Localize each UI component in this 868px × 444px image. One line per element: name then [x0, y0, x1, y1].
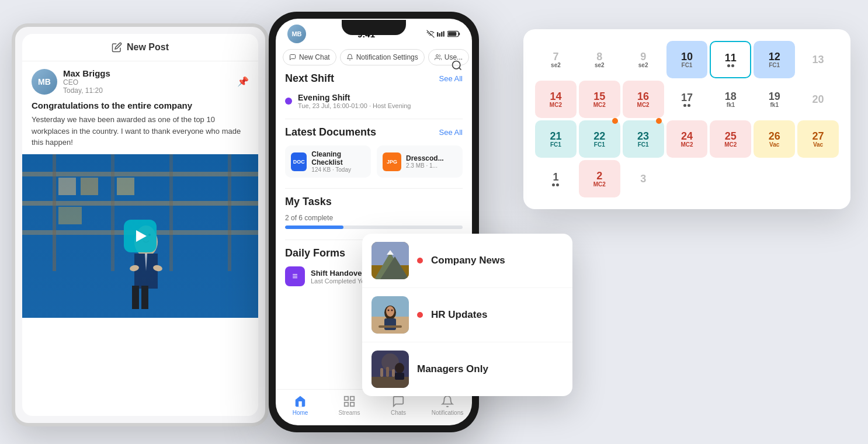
- tasks-label: 2 of 6 complete: [285, 214, 463, 222]
- svg-rect-44: [384, 318, 396, 330]
- cal-cell-8[interactable]: 8 se2: [579, 41, 620, 78]
- stream-item-company-news[interactable]: Company News: [362, 234, 572, 288]
- cal-cell-23[interactable]: 23 FC1: [623, 120, 664, 158]
- stream-thumb-company-news: [371, 242, 409, 279]
- cal-cell-26[interactable]: 26 Vac: [754, 120, 795, 158]
- stream-name-managers-only: Managers Only: [417, 363, 488, 375]
- post-role: CEO: [63, 78, 231, 86]
- cal-cell-17[interactable]: 17: [666, 81, 708, 118]
- notification-settings-chip[interactable]: Notification Settings: [340, 49, 425, 65]
- svg-rect-32: [345, 403, 348, 406]
- cal-cell-7[interactable]: 7 se2: [535, 41, 577, 78]
- tasks-progress: 2 of 6 complete: [276, 211, 472, 235]
- pin-icon: 📌: [237, 76, 249, 87]
- svg-rect-23: [441, 32, 442, 37]
- progress-bar-bg: [285, 226, 463, 229]
- next-shift-header: Next Shift See All: [276, 70, 472, 88]
- cal-cell-18[interactable]: 18 fk1: [710, 81, 751, 118]
- doc-meta-1: 124 KB · Today: [311, 166, 365, 173]
- stream-item-hr-updates[interactable]: HR Updates: [362, 288, 572, 342]
- cal-cell-21[interactable]: 21 FC1: [535, 120, 577, 158]
- cal-cell-19[interactable]: 19 fk1: [754, 81, 795, 118]
- cal-cell-empty-4: [797, 160, 839, 197]
- svg-rect-54: [392, 369, 395, 377]
- cal-cell-22-wrapper: 22 FC1: [579, 120, 620, 158]
- stream-item-managers-only[interactable]: Managers Only: [362, 342, 572, 396]
- cal-cell-24[interactable]: 24 MC2: [666, 120, 708, 158]
- cal-cell-14[interactable]: 14 MC2: [535, 81, 577, 118]
- next-shift-see-all[interactable]: See All: [439, 74, 463, 83]
- avatar: MB: [32, 69, 57, 95]
- stream-name-hr-updates: HR Updates: [431, 309, 487, 321]
- cal-cell-15[interactable]: 15 MC2: [579, 81, 620, 118]
- cal-cell-12[interactable]: 12 FC1: [754, 41, 795, 78]
- svg-point-55: [395, 363, 404, 373]
- nav-home[interactable]: Home: [276, 394, 325, 416]
- doc-name-1: Cleaning Checklist: [311, 150, 365, 166]
- shift-detail: Tue, 23 Jul, 16:00-01:00 · Host Evening: [298, 102, 463, 109]
- user-avatar: MB: [287, 25, 306, 43]
- nav-home-label: Home: [293, 410, 308, 416]
- doc-card-2[interactable]: JPG Dresscod... 2.3 MB · 1...: [377, 145, 463, 178]
- doc-card-1[interactable]: DOC Cleaning Checklist 124 KB · Today: [285, 145, 371, 178]
- post-meta: Max Briggs CEO Today, 11:20: [63, 68, 231, 95]
- svg-rect-52: [380, 368, 383, 377]
- streams-popup: Company News: [362, 234, 572, 396]
- svg-rect-31: [350, 397, 354, 400]
- cal-cell-11[interactable]: 11: [710, 41, 751, 78]
- svg-rect-21: [437, 32, 438, 37]
- cal-cell-25[interactable]: 25 MC2: [710, 120, 751, 158]
- svg-rect-56: [395, 373, 404, 380]
- cal-cell-27[interactable]: 27 Vac: [797, 120, 839, 158]
- tablet-device: New Post MB Max Briggs CEO Today, 11:20 …: [12, 23, 269, 426]
- stream-dot-company-news: [417, 258, 423, 263]
- nav-streams-label: Streams: [338, 410, 360, 416]
- svg-point-46: [388, 310, 390, 311]
- svg-rect-27: [448, 32, 456, 36]
- forms-icon: ≡: [285, 266, 305, 286]
- shift-dot-icon: [285, 98, 292, 105]
- cal-cell-20[interactable]: 20: [797, 81, 839, 118]
- cal-cell-13[interactable]: 13: [797, 41, 839, 78]
- nav-chats[interactable]: Chats: [374, 394, 423, 416]
- streams-icon: [342, 394, 356, 408]
- cal-cell-22[interactable]: 22 FC1: [579, 120, 620, 158]
- cal-orange-dot-22: [612, 118, 618, 124]
- cal-cell-next-3[interactable]: 3: [623, 160, 664, 197]
- shift-item[interactable]: Evening Shift Tue, 23 Jul, 16:00-01:00 ·…: [276, 88, 472, 114]
- new-post-button[interactable]: New Post: [22, 34, 258, 61]
- post-image: [22, 154, 258, 318]
- tasks-header: My Tasks: [276, 193, 472, 211]
- status-icons: [426, 30, 460, 38]
- docs-title: Latest Documents: [285, 126, 376, 138]
- doc-name-2: Dresscod...: [406, 154, 444, 162]
- svg-rect-53: [386, 367, 389, 377]
- svg-rect-24: [443, 31, 445, 36]
- new-chat-chip[interactable]: New Chat: [283, 49, 336, 65]
- docs-see-all[interactable]: See All: [439, 128, 463, 137]
- nav-notifications-label: Notifications: [432, 410, 463, 416]
- cal-cell-9[interactable]: 9 se2: [623, 41, 664, 78]
- docs-header: Latest Documents See All: [276, 124, 472, 142]
- nav-streams[interactable]: Streams: [325, 394, 374, 416]
- post-time: Today, 11:20: [63, 86, 231, 95]
- phone-toolbar: New Chat Notification Settings Use...: [276, 46, 472, 70]
- play-button[interactable]: [124, 220, 157, 252]
- svg-point-45: [386, 306, 394, 317]
- cal-cell-10[interactable]: 10 FC1: [666, 41, 708, 78]
- notifications-icon: [440, 394, 454, 408]
- cal-cell-next-1[interactable]: 1: [535, 160, 577, 197]
- forms-title: Daily Forms: [285, 247, 345, 259]
- tablet-content: New Post MB Max Briggs CEO Today, 11:20 …: [22, 34, 258, 416]
- play-icon: [136, 230, 147, 242]
- cal-cell-next-2[interactable]: 2 MC2: [579, 160, 620, 197]
- svg-point-47: [391, 310, 393, 311]
- search-button[interactable]: [447, 56, 466, 75]
- calendar-grid: 7 se2 8 se2 9 se2 10 FC1 11: [535, 41, 839, 197]
- cal-orange-dot-23: [656, 118, 662, 124]
- nav-notifications[interactable]: Notifications: [423, 394, 472, 416]
- notification-settings-label: Notification Settings: [356, 53, 418, 61]
- cal-cell-16[interactable]: 16 MC2: [623, 81, 664, 118]
- post-body: Yesterday we have been awarded as one of…: [22, 114, 258, 154]
- nav-chats-label: Chats: [391, 410, 406, 416]
